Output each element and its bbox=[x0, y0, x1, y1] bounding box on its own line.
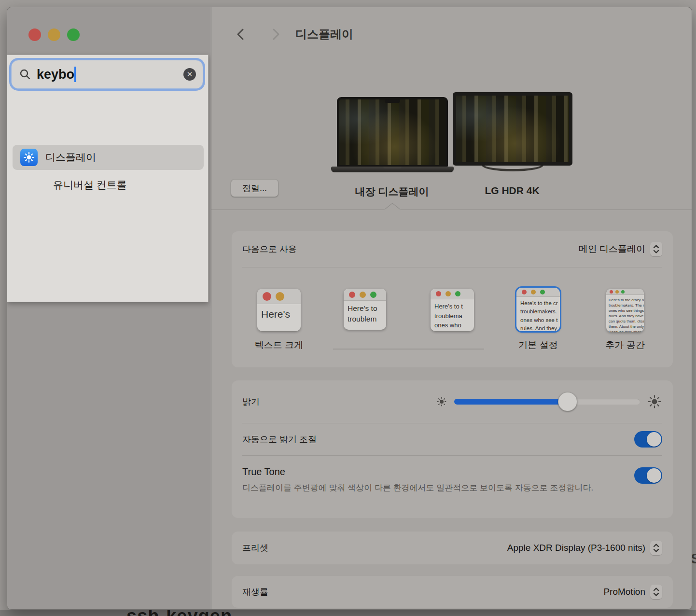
display-name-builtin: 내장 디스플레이 bbox=[329, 185, 455, 198]
brightness-label: 밝기 bbox=[242, 396, 260, 407]
search-query: keybo bbox=[37, 67, 74, 82]
preset-label: 프리셋 bbox=[242, 542, 268, 554]
resolution-option-default[interactable]: Here's to the crtroublemakers.ones who s… bbox=[516, 288, 560, 331]
use-as-dropdown[interactable] bbox=[650, 242, 662, 256]
refresh-rate-value: ProMotion bbox=[603, 587, 645, 597]
arrange-button[interactable]: 정렬... bbox=[231, 179, 278, 197]
true-tone-row: True Tone 디스플레이를 주변광에 맞춰 색상이 다른 환경에서도 일관… bbox=[232, 456, 673, 494]
main-panel: 디스플레이 내장 디스플레이 LG HDR 4K 정렬... 다음으로 사용 메… bbox=[211, 7, 692, 609]
page-title: 디스플레이 bbox=[295, 27, 353, 42]
brightness-dim-icon bbox=[436, 396, 447, 407]
refresh-rate-row: 재생률 ProMotion bbox=[232, 576, 673, 608]
refresh-rate-card: 재생률 ProMotion bbox=[232, 576, 673, 608]
display-settings-card: 다음으로 사용 메인 디스플레이 Here's Here's totr bbox=[232, 231, 673, 367]
true-tone-label: True Tone bbox=[242, 466, 662, 477]
refresh-rate-dropdown[interactable] bbox=[650, 585, 662, 599]
search-result-universal-control[interactable]: 유니버설 컨트롤 bbox=[13, 172, 204, 197]
resolution-label-larger-text: 텍스트 크게 bbox=[240, 339, 318, 351]
resolution-picker: Here's Here's totroublem Here's to ttrou… bbox=[232, 267, 673, 367]
sidebar: keybo ✕ 디스플레이 유니버설 컨트롤 bbox=[7, 7, 211, 609]
brightness-full-icon bbox=[647, 394, 662, 409]
laptop-notch bbox=[385, 99, 400, 103]
resolution-option-2[interactable]: Here's totroublem bbox=[344, 289, 386, 330]
zoom-button[interactable] bbox=[67, 28, 80, 41]
brightness-slider-fill bbox=[454, 399, 568, 405]
use-as-value: 메인 디스플레이 bbox=[579, 243, 645, 255]
brightness-card: 밝기 bbox=[232, 380, 673, 518]
text-caret bbox=[74, 67, 76, 82]
resolution-option-more-space[interactable]: Here's to the crazy onetroublemakers. Th… bbox=[606, 289, 644, 332]
true-tone-description: 디스플레이를 주변광에 맞춰 색상이 다른 환경에서도 일관적으로 보이도록 자… bbox=[242, 482, 599, 494]
close-button[interactable] bbox=[28, 28, 41, 41]
section-divider bbox=[211, 210, 692, 210]
search-result-display[interactable]: 디스플레이 bbox=[13, 145, 204, 170]
background-content: ssh-keygen bbox=[0, 610, 696, 616]
system-settings-window: keybo ✕ 디스플레이 유니버설 컨트롤 bbox=[7, 7, 692, 610]
refresh-rate-label: 재생률 bbox=[242, 586, 268, 598]
clear-search-icon[interactable]: ✕ bbox=[183, 68, 196, 81]
display-thumb-builtin[interactable] bbox=[337, 97, 448, 172]
display-thumb-lg-hdr-4k[interactable] bbox=[453, 92, 572, 171]
resolution-tick-line bbox=[333, 349, 484, 350]
auto-brightness-toggle[interactable] bbox=[634, 431, 662, 448]
back-button[interactable] bbox=[234, 27, 248, 42]
background-partial-text: ssh-keygen bbox=[126, 610, 232, 616]
search-result-label: 유니버설 컨트롤 bbox=[53, 178, 127, 192]
resolution-option-larger-text[interactable]: Here's bbox=[257, 289, 301, 331]
preset-dropdown[interactable] bbox=[650, 541, 662, 555]
resolution-label-more-space: 추가 공간 bbox=[586, 339, 664, 351]
search-results-popover: keybo ✕ 디스플레이 유니버설 컨트롤 bbox=[7, 55, 209, 302]
preset-card: 프리셋 Apple XDR Display (P3-1600 nits) bbox=[232, 532, 673, 564]
brightness-slider-knob[interactable] bbox=[558, 392, 577, 411]
use-as-label: 다음으로 사용 bbox=[242, 243, 297, 255]
resolution-option-3[interactable]: Here's to ttroublemaones who bbox=[431, 289, 474, 331]
forward-button[interactable] bbox=[268, 27, 283, 42]
resolution-label-default: 기본 설정 bbox=[500, 339, 577, 351]
search-result-label: 디스플레이 bbox=[45, 151, 96, 164]
brightness-slider[interactable] bbox=[454, 392, 640, 411]
display-brightness-icon bbox=[20, 149, 38, 166]
search-input[interactable]: keybo ✕ bbox=[11, 60, 203, 89]
minimize-button[interactable] bbox=[48, 28, 60, 41]
use-as-row: 다음으로 사용 메인 디스플레이 bbox=[232, 231, 673, 267]
selected-display-pointer bbox=[384, 203, 401, 210]
display-name-lg: LG HDR 4K bbox=[449, 185, 575, 196]
brightness-row: 밝기 bbox=[232, 380, 673, 423]
preset-row: 프리셋 Apple XDR Display (P3-1600 nits) bbox=[232, 532, 673, 564]
auto-brightness-label: 자동으로 밝기 조절 bbox=[242, 434, 317, 445]
auto-brightness-row: 자동으로 밝기 조절 bbox=[232, 423, 673, 455]
preset-value: Apple XDR Display (P3-1600 nits) bbox=[507, 543, 645, 553]
traffic-lights bbox=[28, 28, 80, 41]
search-icon bbox=[19, 69, 31, 80]
true-tone-toggle[interactable] bbox=[634, 467, 662, 484]
